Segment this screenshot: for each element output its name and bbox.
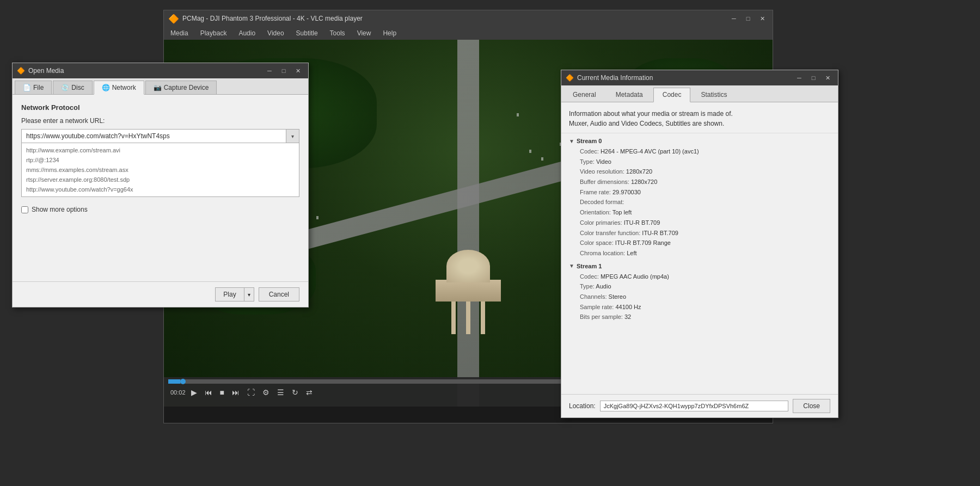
url-dropdown-button[interactable]: ▾ [286, 130, 299, 143]
vlc-close-button[interactable]: ✕ [756, 14, 768, 23]
media-info-restore-button[interactable]: □ [807, 73, 819, 83]
media-info-footer: Location: JcKgjGa89Q-jHZXvs2-KQH1wypp7zD… [561, 394, 838, 417]
stream-0-item-8: Color transfer function: ITU-R BT.709 [569, 228, 830, 238]
vlc-restore-button[interactable]: □ [742, 14, 754, 23]
channels-key: Channels: [580, 293, 607, 300]
url-suggestion-1[interactable]: rtp://@:1234 [24, 155, 297, 165]
menu-subtitle[interactable]: Subtitle [294, 28, 320, 38]
menu-view[interactable]: View [355, 28, 373, 38]
info-tab-statistics[interactable]: Statistics [691, 88, 736, 102]
open-media-dialog: 🔶 Open Media ─ □ ✕ 📄 File 💿 Disc 🌐 Netwo… [12, 63, 309, 307]
stream-0-chevron: ▼ [569, 138, 574, 144]
stream-1-header[interactable]: ▼ Stream 1 [569, 263, 830, 269]
menu-playback[interactable]: Playback [198, 28, 229, 38]
info-tab-metadata[interactable]: Metadata [607, 88, 652, 102]
decoded-key: Decoded format: [580, 199, 624, 205]
open-media-footer: Play ▾ Cancel [13, 281, 308, 307]
bits-val: 32 [624, 313, 631, 320]
stop-button[interactable]: ■ [218, 387, 226, 398]
pillar-2 [466, 302, 470, 334]
stream-0-item-10: Chroma location: Left [569, 248, 830, 259]
info-tab-codec[interactable]: Codec [653, 88, 691, 102]
extended-settings-button[interactable]: ⚙ [260, 387, 272, 398]
media-info-title-text: Current Media Information [577, 74, 653, 82]
pillar-1 [451, 302, 456, 334]
media-info-close-button[interactable]: ✕ [822, 73, 834, 83]
open-media-window-controls: ─ □ ✕ [264, 66, 304, 76]
vlc-minimize-button[interactable]: ─ [728, 14, 740, 23]
info-tab-general[interactable]: General [564, 88, 605, 102]
stream-0-item-9: Color space: ITU-R BT.709 Range [569, 238, 830, 248]
stream-1-chevron: ▼ [569, 263, 574, 269]
open-media-logo-icon: 🔶 [17, 67, 25, 75]
tab-capture-label: Capture Device [164, 84, 209, 91]
open-media-close-button[interactable]: ✕ [292, 66, 304, 76]
url-suggestion-0[interactable]: http://www.example.com/stream.avi [24, 145, 297, 155]
menu-media[interactable]: Media [168, 28, 191, 38]
cancel-button[interactable]: Cancel [259, 287, 299, 302]
stream-1-item-0: Codec: MPEG AAC Audio (mp4a) [569, 272, 830, 282]
loop-button[interactable]: ↻ [290, 387, 301, 398]
stream-1-label: Stream 1 [577, 263, 602, 269]
network-protocol-title: Network Protocol [21, 103, 299, 112]
open-media-minimize-button[interactable]: ─ [264, 66, 275, 76]
stream-0-item-7: Color primaries: ITU-R BT.709 [569, 218, 830, 228]
url-container: ▾ [21, 129, 299, 143]
codec-key-0: Codec: [580, 148, 599, 155]
tab-file[interactable]: 📄 File [15, 81, 52, 94]
sample-rate-val: 44100 Hz [615, 304, 641, 310]
open-media-titlebar: 🔶 Open Media ─ □ ✕ [13, 63, 308, 78]
open-media-restore-button[interactable]: □ [278, 66, 290, 76]
progress-fill [168, 379, 180, 384]
url-suggestion-2[interactable]: mms://mms.examples.com/stream.asx [24, 165, 297, 175]
color-transfer-val: ITU-R BT.709 [642, 230, 678, 236]
menu-help[interactable]: Help [381, 28, 399, 38]
random-button[interactable]: ⇄ [304, 387, 315, 398]
audio-type-key: Type: [580, 283, 595, 290]
vlc-titlebar: 🔶 PCMag - DJI Phantom 3 Professional - 4… [164, 10, 773, 27]
vlc-menubar: Media Playback Audio Video Subtitle Tool… [164, 27, 773, 40]
framerate-key: Frame rate: [580, 189, 611, 195]
type-val-0: Video [596, 158, 611, 165]
menu-audio[interactable]: Audio [236, 28, 258, 38]
media-info-close-button-footer[interactable]: Close [793, 399, 830, 413]
stream-0-label: Stream 0 [577, 138, 602, 144]
menu-tools[interactable]: Tools [328, 28, 347, 38]
monument-dome [446, 250, 490, 282]
url-suggestion-3[interactable]: rtsp://server.example.org:8080/test.sdp [24, 175, 297, 184]
tab-disc-label: Disc [71, 84, 84, 91]
play-button[interactable]: Play [215, 287, 243, 302]
playlist-button[interactable]: ☰ [275, 387, 286, 398]
type-key-0: Type: [580, 158, 595, 165]
file-icon: 📄 [23, 84, 31, 91]
tab-network-label: Network [112, 84, 136, 91]
url-suggestion-4[interactable]: http://www.youtube.com/watch?v=gg64x [24, 184, 297, 194]
show-more-checkbox[interactable] [21, 206, 28, 213]
url-input[interactable] [21, 129, 299, 143]
media-info-minimize-button[interactable]: ─ [793, 73, 805, 83]
footer-row: Location: JcKgjGa89Q-jHZXvs2-KQH1wypp7zD… [569, 399, 830, 413]
play-dropdown-button[interactable]: ▾ [244, 287, 254, 302]
capture-icon: 📷 [154, 84, 162, 91]
skip-forward-button[interactable]: ⏭ [230, 387, 242, 398]
menu-video[interactable]: Video [265, 28, 286, 38]
play-pause-button[interactable]: ▶ [189, 387, 199, 398]
fullscreen-button[interactable]: ⛶ [245, 387, 257, 398]
stream-0-item-1: Type: Video [569, 157, 830, 167]
skip-back-button[interactable]: ⏮ [203, 387, 215, 398]
tab-capture-device[interactable]: 📷 Capture Device [145, 81, 217, 94]
stream-0-item-6: Orientation: Top left [569, 207, 830, 218]
stream-0-item-4: Frame rate: 29.970030 [569, 187, 830, 198]
codec-description: Information about what your media or str… [561, 102, 838, 133]
chroma-val: Left [627, 250, 636, 256]
media-info-dialog: 🔶 Current Media Information ─ □ ✕ Genera… [561, 70, 838, 418]
stream-1-section: ▼ Stream 1 Codec: MPEG AAC Audio (mp4a) … [569, 263, 830, 322]
tab-disc[interactable]: 💿 Disc [53, 81, 92, 94]
orientation-val: Top left [612, 209, 632, 216]
disc-icon: 💿 [61, 84, 69, 91]
media-info-tabs: General Metadata Codec Statistics [561, 85, 838, 102]
tab-network[interactable]: 🌐 Network [94, 81, 144, 95]
stream-0-section: ▼ Stream 0 Codec: H264 - MPEG-4 AVC (par… [569, 138, 830, 259]
network-icon: 🌐 [102, 84, 110, 91]
stream-0-header[interactable]: ▼ Stream 0 [569, 138, 830, 144]
